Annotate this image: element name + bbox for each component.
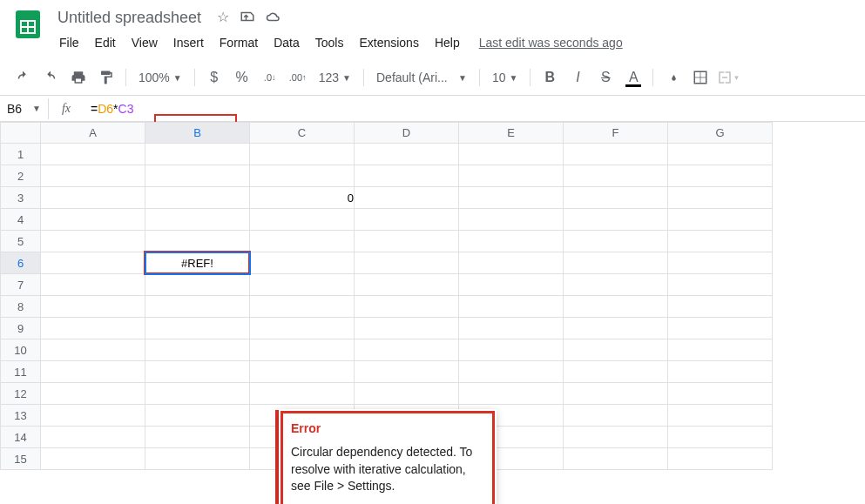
format-currency-button[interactable]: $ <box>202 65 226 90</box>
cell[interactable] <box>355 209 459 231</box>
cell[interactable] <box>459 165 564 187</box>
cell[interactable] <box>668 144 773 165</box>
name-box[interactable]: B6▼ <box>0 98 49 119</box>
row-header[interactable]: 1 <box>1 144 41 165</box>
cell[interactable] <box>564 187 668 209</box>
cell[interactable] <box>41 296 145 318</box>
menu-edit[interactable]: Edit <box>88 32 123 53</box>
menu-data[interactable]: Data <box>267 32 307 53</box>
format-percent-button[interactable]: % <box>230 65 254 90</box>
cell[interactable] <box>459 144 564 165</box>
col-header-f[interactable]: F <box>564 123 668 144</box>
cell[interactable] <box>564 427 668 448</box>
document-title[interactable]: Untitled spreadsheet <box>52 7 206 29</box>
cell[interactable] <box>145 448 250 470</box>
cell[interactable] <box>564 296 668 318</box>
cell[interactable] <box>564 165 668 187</box>
cell[interactable] <box>145 427 250 448</box>
menu-format[interactable]: Format <box>213 32 265 53</box>
format-more-dropdown[interactable]: 123▼ <box>314 67 356 88</box>
cell[interactable] <box>145 383 250 405</box>
print-button[interactable] <box>66 65 91 90</box>
sheets-logo-icon[interactable] <box>10 7 45 42</box>
cell[interactable] <box>250 274 355 296</box>
italic-button[interactable]: I <box>565 65 590 90</box>
formula-input[interactable]: =D6*C3 <box>84 98 865 119</box>
col-header-c[interactable]: C <box>250 123 355 144</box>
cell[interactable] <box>564 339 668 361</box>
cell[interactable] <box>459 209 564 231</box>
cell[interactable] <box>564 405 668 427</box>
cell[interactable] <box>41 383 145 405</box>
cell[interactable] <box>355 231 459 252</box>
menu-tools[interactable]: Tools <box>308 32 351 53</box>
cell[interactable] <box>668 383 773 405</box>
cell[interactable] <box>145 165 250 187</box>
cell[interactable] <box>145 361 250 383</box>
cell[interactable] <box>564 144 668 165</box>
cell[interactable] <box>41 209 145 231</box>
menu-extensions[interactable]: Extensions <box>352 32 425 53</box>
cell[interactable] <box>459 383 564 405</box>
cell[interactable] <box>668 187 773 209</box>
cell[interactable] <box>41 318 145 339</box>
cell[interactable] <box>459 361 564 383</box>
cell[interactable] <box>564 274 668 296</box>
bold-button[interactable]: B <box>537 65 562 90</box>
cell[interactable] <box>41 274 145 296</box>
cell-c3[interactable]: 0 <box>250 187 355 209</box>
cell[interactable] <box>564 448 668 470</box>
cell[interactable] <box>41 339 145 361</box>
select-all-corner[interactable] <box>1 123 41 144</box>
menu-file[interactable]: File <box>52 32 86 53</box>
row-header[interactable]: 7 <box>1 274 41 296</box>
col-header-b[interactable]: B <box>145 123 250 144</box>
cell[interactable] <box>668 252 773 274</box>
row-header[interactable]: 11 <box>1 361 41 383</box>
cell[interactable] <box>668 405 773 427</box>
cell[interactable] <box>355 383 459 405</box>
menu-help[interactable]: Help <box>428 32 467 53</box>
decrease-decimal-button[interactable]: .0↓ <box>258 65 282 90</box>
cell[interactable] <box>668 231 773 252</box>
cell[interactable] <box>145 231 250 252</box>
row-header[interactable]: 12 <box>1 383 41 405</box>
row-header[interactable]: 8 <box>1 296 41 318</box>
row-header[interactable]: 13 <box>1 405 41 427</box>
cell[interactable] <box>41 187 145 209</box>
row-header[interactable]: 6 <box>1 252 41 274</box>
col-header-d[interactable]: D <box>355 123 459 144</box>
cell[interactable] <box>355 274 459 296</box>
cell[interactable] <box>355 339 459 361</box>
cell[interactable] <box>564 361 668 383</box>
cell[interactable] <box>41 231 145 252</box>
fill-color-button[interactable] <box>660 65 685 90</box>
row-header[interactable]: 3 <box>1 187 41 209</box>
cell[interactable] <box>145 209 250 231</box>
redo-button[interactable] <box>38 65 63 90</box>
cell[interactable] <box>668 339 773 361</box>
cell[interactable] <box>250 318 355 339</box>
cell[interactable] <box>668 209 773 231</box>
cell[interactable] <box>41 144 145 165</box>
cell[interactable] <box>668 427 773 448</box>
merge-cells-button[interactable]: ▼ <box>716 65 740 90</box>
cell[interactable] <box>145 405 250 427</box>
cell[interactable] <box>564 318 668 339</box>
cell[interactable] <box>564 209 668 231</box>
cell[interactable] <box>564 383 668 405</box>
menu-insert[interactable]: Insert <box>166 32 211 53</box>
cell[interactable] <box>145 318 250 339</box>
cell[interactable] <box>145 274 250 296</box>
cell[interactable] <box>250 209 355 231</box>
cell[interactable] <box>459 339 564 361</box>
strikethrough-button[interactable]: S <box>593 65 618 90</box>
row-header[interactable]: 14 <box>1 427 41 448</box>
cell[interactable] <box>459 187 564 209</box>
last-edit-link[interactable]: Last edit was seconds ago <box>479 36 623 50</box>
cell[interactable] <box>41 427 145 448</box>
move-icon[interactable] <box>240 9 255 28</box>
increase-decimal-button[interactable]: .00↑ <box>286 65 310 90</box>
row-header[interactable]: 5 <box>1 231 41 252</box>
cell[interactable] <box>355 144 459 165</box>
